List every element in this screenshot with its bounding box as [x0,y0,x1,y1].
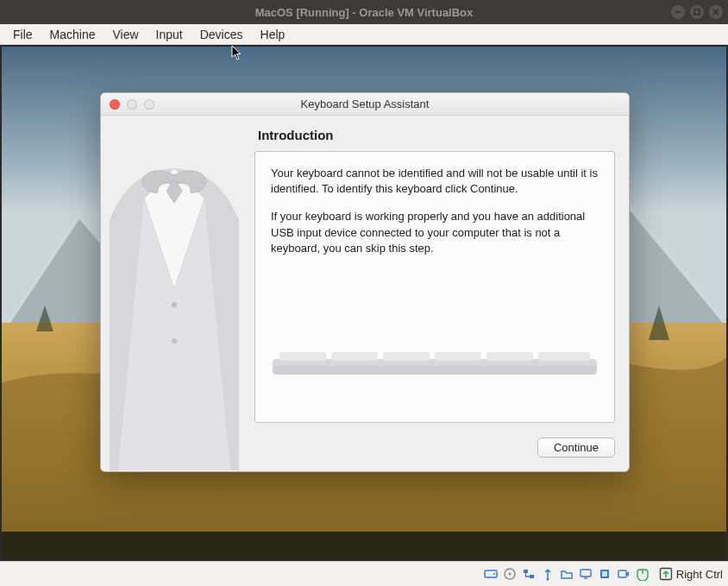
usb-icon[interactable] [540,566,555,582]
guest-display: Keyboard Setup Assistant [0,45,728,561]
menu-file[interactable]: File [5,26,41,43]
svg-rect-21 [524,570,528,573]
recording-icon[interactable] [616,566,631,582]
assistant-body: Introduction Your keyboard cannot be ide… [101,116,629,471]
svg-rect-12 [331,352,378,361]
audio-icon[interactable] [597,566,612,582]
svg-rect-14 [435,352,481,361]
assistant-window-title: Keyboard Setup Assistant [101,98,629,110]
minimize-button[interactable] [671,5,685,19]
virtualbox-statusbar: Right Ctrl [0,561,728,586]
macos-desktop[interactable]: Keyboard Setup Assistant [2,47,726,559]
assistant-paragraph-1: Your keyboard cannot be identified and w… [271,166,599,197]
traffic-lights [110,99,154,110]
keyboard-setup-assistant-window: Keyboard Setup Assistant [100,92,630,472]
svg-point-20 [508,573,511,576]
mouse-integration-icon[interactable] [635,566,650,582]
optical-disk-icon[interactable] [502,566,518,582]
svg-point-8 [172,338,177,343]
assistant-footer: Continue [254,423,615,461]
svg-rect-10 [273,366,597,375]
window-controls [671,5,723,19]
hostkey-arrow-icon [659,567,673,581]
assistant-sidebar-graphic [101,116,248,471]
svg-rect-27 [602,571,607,577]
svg-point-23 [546,578,549,581]
svg-rect-24 [581,570,591,577]
assistant-paragraph-2: If your keyboard is working properly and… [271,209,599,256]
menu-help[interactable]: Help [253,26,293,43]
close-icon[interactable] [110,99,120,110]
svg-rect-6 [2,532,726,559]
continue-button[interactable]: Continue [537,438,615,457]
svg-rect-15 [486,352,533,361]
menu-machine[interactable]: Machine [42,26,104,43]
virtualbox-title: MacOS [Running] - Oracle VM VirtualBox [255,6,474,19]
assistant-main: Introduction Your keyboard cannot be ide… [248,116,629,471]
tuxedo-icon [101,116,248,471]
close-button[interactable] [709,5,723,19]
assistant-heading: Introduction [258,128,615,142]
zoom-icon[interactable] [144,99,154,110]
svg-rect-11 [279,352,326,361]
display-icon[interactable] [578,566,593,582]
virtualbox-titlebar: MacOS [Running] - Oracle VM VirtualBox [0,0,728,24]
menu-devices[interactable]: Devices [192,26,251,43]
menu-view[interactable]: View [104,26,146,43]
svg-rect-1 [694,9,700,15]
hostkey-label: Right Ctrl [676,568,723,581]
maximize-button[interactable] [690,5,704,19]
keyboard-icon [271,340,599,383]
assistant-titlebar[interactable]: Keyboard Setup Assistant [101,93,629,116]
network-icon[interactable] [521,566,537,582]
host-key-indicator[interactable]: Right Ctrl [659,567,723,581]
svg-rect-28 [618,570,626,577]
assistant-content-pane: Your keyboard cannot be identified and w… [254,151,615,423]
minimize-icon[interactable] [127,99,137,110]
shared-folder-icon[interactable] [559,566,574,582]
svg-rect-13 [383,352,430,361]
virtualbox-menubar: File Machine View Input Devices Help [0,24,728,45]
svg-point-7 [172,302,177,307]
svg-rect-22 [530,575,534,578]
svg-point-18 [493,573,495,575]
hard-disk-icon[interactable] [483,566,499,582]
menu-input[interactable]: Input [148,26,191,43]
svg-rect-16 [538,352,590,361]
